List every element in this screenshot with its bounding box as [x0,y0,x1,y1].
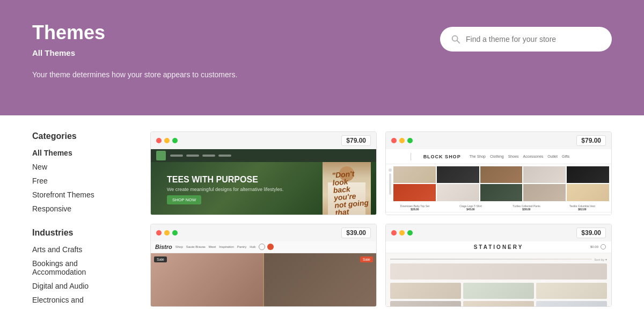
bistro-link-2: Saute Bravas [186,245,206,248]
page-title: Themes [32,21,237,44]
theme-card-header-threads: $79.00 [151,132,376,149]
blockshop-cell-1 [393,166,436,183]
industries-section: Industries Arts and Crafts Bookings and … [32,228,129,304]
dot-red [391,138,397,143]
svg-line-1 [457,41,460,43]
blockshop-price-row: Downtown Baby Top Set$28.00 Ciaga Logo T… [386,203,611,212]
threads-hero-subtitle: We create meaningful designs for alterna… [167,187,283,192]
stationery-price-label: $0.00 [590,245,598,248]
header-left: Themes All Themes Your theme determines … [32,21,237,79]
stationery-item-5 [463,301,534,307]
price-item-3: Turtles Collected Pants$38.00 [500,204,553,211]
threads-price: $79.00 [341,135,371,146]
sidebar-item-electronics[interactable]: Electronics and [32,296,129,304]
header-description: Your theme determines how your store app… [32,70,237,79]
blockshop-cell-3 [480,166,523,183]
theme-card-header-blockshop: $79.00 [386,132,611,149]
blockshop-window-dots [391,138,413,143]
theme-card-threads[interactable]: $79.00 [150,131,377,215]
industries-heading: Industries [32,228,129,238]
stationery-window-dots [391,230,413,236]
theme-grid: $79.00 [150,131,612,307]
bistro-nav-actions [259,244,274,250]
stationery-filter: Sort by ▾ [390,258,607,261]
stationery-sort: Sort by ▾ [594,258,607,261]
bistro-cell-1: Sale [151,253,263,307]
sidebar-item-arts[interactable]: Arts and Crafts [32,245,129,254]
bistro-cell-2: Sale [264,253,376,307]
dot-yellow [164,138,170,143]
threads-hero-btn: SHOP NOW [167,195,201,204]
bistro-link-4: Inspiration [219,245,234,248]
price-item-4: Textile Columbia Vest$62.00 [555,204,609,211]
stationery-nav: STATIONERY $0.00 [386,241,611,253]
bistro-image-grid: Sale Sale [151,253,376,307]
blockshop-grid-2 [386,212,611,215]
sidebar-item-digital[interactable]: Digital and Audio [32,282,129,290]
theme-card-header-stationery: $39.00 [386,224,611,241]
dot-yellow [164,230,170,236]
stationery-preview-body: STATIONERY $0.00 Sort by ▾ [386,241,611,307]
theme-card-stationery[interactable]: $39.00 STATIONERY $0.00 Sort by ▾ [385,224,612,307]
blockshop-link-1: The Shop [470,155,486,158]
stationery-item-2 [463,283,534,299]
blockshop-cell-b1 [393,215,436,215]
bistro-hero: Sale Sale [151,253,376,307]
threads-hero-image: "Don'tlookbackyou'renot goingthatway" [323,162,371,215]
bistro-badge-1: Sale [154,256,167,262]
nav-link-2 [186,155,199,157]
dot-red [391,230,397,236]
bistro-nav: Bistro Shop Saute Bravas Meet Inspiratio… [151,241,376,253]
sidebar-item-bookings[interactable]: Bookings and Accommodation [32,259,129,276]
blockshop-sidebar-indicator [411,153,415,160]
theme-card-bistro[interactable]: $39.00 Bistro Shop Saute Bravas Meet Ins… [150,224,377,307]
blockshop-cell-7 [437,184,479,201]
blockshop-cell-4 [523,166,566,183]
blockshop-preview-body: BLOCK SHOP The Shop Clothing Shoes Acces… [386,149,611,215]
sidebar-item-storefront[interactable]: Storefront Themes [32,190,129,199]
search-bar[interactable] [440,27,612,52]
bistro-badge-2: Sale [360,256,373,262]
nav-link-4 [218,155,231,157]
stationery-logo: STATIONERY [474,244,524,250]
main-content: Categories All Themes New Free Storefron… [0,115,644,323]
theme-card-blockshop[interactable]: $79.00 BLOCK SHOP The Shop Clothing Shoe… [385,131,612,215]
stationery-banner [390,263,607,280]
bistro-preview-body: Bistro Shop Saute Bravas Meet Inspiratio… [151,241,376,307]
bistro-logo: Bistro [155,244,172,250]
stationery-divider [390,259,592,260]
blockshop-sidebar-2 [388,215,392,215]
page-header: Themes All Themes Your theme determines … [0,0,644,115]
stationery-grid [390,283,607,307]
nav-link-3 [202,155,215,157]
threads-nav-links [170,155,231,157]
blockshop-nav-links: The Shop Clothing Shoes Accessories Outl… [470,155,570,158]
threads-preview-body: TEES WITH PURPOSE We create meaningful d… [151,149,376,215]
blockshop-cell-b5 [567,215,609,215]
bistro-link-1: Shop [175,245,183,248]
sidebar-item-free[interactable]: Free [32,177,129,185]
blockshop-cell-2 [437,166,479,183]
blockshop-link-3: Shoes [508,155,519,158]
blockshop-cell-9 [523,184,566,201]
window-dots [156,138,178,143]
blockshop-logo: BLOCK SHOP [423,154,461,159]
theme-card-header-bistro: $39.00 [151,224,376,241]
sidebar-item-all-themes[interactable]: All Themes [32,149,129,157]
sidebar-item-responsive[interactable]: Responsive [32,204,129,213]
bistro-link-6: Hub [250,245,255,248]
categories-heading: Categories [32,131,129,141]
blockshop-sidebar [388,166,392,201]
stationery-icon [601,244,606,249]
blockshop-cell-b3 [480,215,523,215]
search-input[interactable] [466,35,601,43]
blockshop-cell-5 [567,166,609,183]
stationery-item-6 [536,301,607,307]
stationery-item-3 [536,283,607,299]
stationery-item-1 [390,283,461,299]
dot-red [156,138,162,143]
sidebar-item-new[interactable]: New [32,163,129,171]
blockshop-price: $79.00 [576,135,606,146]
threads-hero-title: TEES WITH PURPOSE [167,174,283,185]
dot-green [407,230,413,236]
